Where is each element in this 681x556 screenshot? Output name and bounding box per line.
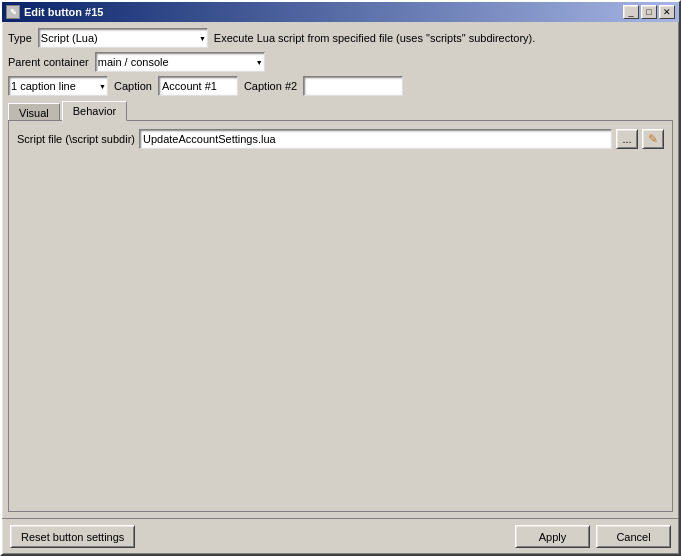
caption-input[interactable] — [158, 76, 238, 96]
caption-row: 1 caption line Caption Caption #2 — [8, 76, 673, 96]
type-select[interactable]: Script (Lua) — [38, 28, 208, 48]
main-window: ✎ Edit button #15 _ □ ✕ Type Script (Lua… — [0, 0, 681, 556]
title-bar-left: ✎ Edit button #15 — [6, 5, 103, 19]
script-browse-label: ... — [622, 133, 631, 145]
close-button[interactable]: ✕ — [659, 5, 675, 19]
reset-label: Reset button settings — [21, 531, 124, 543]
script-input[interactable] — [139, 129, 612, 149]
type-label: Type — [8, 32, 32, 44]
type-select-wrapper: Script (Lua) — [38, 28, 208, 48]
parent-label: Parent container — [8, 56, 89, 68]
type-description: Execute Lua script from specified file (… — [214, 32, 535, 44]
cancel-label: Cancel — [616, 531, 650, 543]
caption2-label: Caption #2 — [244, 80, 297, 92]
minimize-button[interactable]: _ — [623, 5, 639, 19]
window-title: Edit button #15 — [24, 6, 103, 18]
tab-visual-label: Visual — [19, 107, 49, 119]
tab-behavior-label: Behavior — [73, 105, 116, 117]
window-icon: ✎ — [6, 5, 20, 19]
type-row: Type Script (Lua) Execute Lua script fro… — [8, 28, 673, 48]
caption-lines-select[interactable]: 1 caption line — [8, 76, 108, 96]
apply-button[interactable]: Apply — [515, 525, 590, 548]
tab-behavior[interactable]: Behavior — [62, 101, 127, 121]
caption2-input[interactable] — [303, 76, 403, 96]
title-buttons: _ □ ✕ — [623, 5, 675, 19]
cancel-button[interactable]: Cancel — [596, 525, 671, 548]
parent-select-wrapper: main / console — [95, 52, 265, 72]
window-icon-glyph: ✎ — [10, 8, 17, 17]
right-buttons: Apply Cancel — [515, 525, 671, 548]
script-label: Script file (\script subdir) — [17, 133, 135, 145]
script-browse-button[interactable]: ... — [616, 129, 638, 149]
parent-row: Parent container main / console — [8, 52, 673, 72]
script-edit-button[interactable]: ✎ — [642, 129, 664, 149]
content-area: Type Script (Lua) Execute Lua script fro… — [2, 22, 679, 518]
title-bar: ✎ Edit button #15 _ □ ✕ — [2, 2, 679, 22]
caption-lines-select-wrapper: 1 caption line — [8, 76, 108, 96]
parent-select[interactable]: main / console — [95, 52, 265, 72]
maximize-button[interactable]: □ — [641, 5, 657, 19]
pencil-icon: ✎ — [648, 132, 658, 146]
caption-label: Caption — [114, 80, 152, 92]
tab-bar: Visual Behavior — [8, 101, 673, 121]
bottom-bar: Reset button settings Apply Cancel — [2, 518, 679, 554]
reset-button[interactable]: Reset button settings — [10, 525, 135, 548]
tab-content-behavior: Script file (\script subdir) ... ✎ — [8, 120, 673, 512]
script-row: Script file (\script subdir) ... ✎ — [17, 129, 664, 149]
tab-area: Visual Behavior Script file (\script sub… — [8, 100, 673, 512]
apply-label: Apply — [539, 531, 567, 543]
